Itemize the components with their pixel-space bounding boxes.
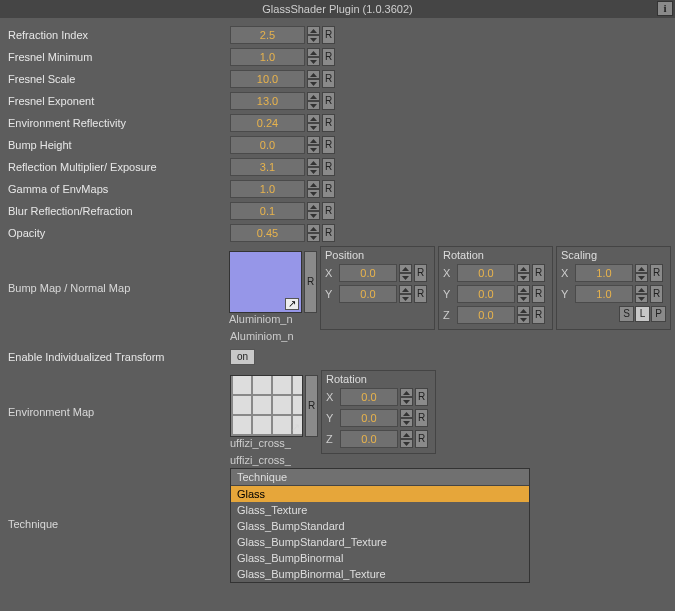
reset-button[interactable]: R xyxy=(414,264,427,282)
numeric-input[interactable]: 0.0 xyxy=(340,430,398,448)
technique-item[interactable]: Glass xyxy=(231,486,529,502)
spinner[interactable] xyxy=(307,114,320,132)
slp-s-button[interactable]: S xyxy=(619,306,634,322)
spinner[interactable] xyxy=(517,306,530,324)
numeric-input[interactable]: 13.0 xyxy=(230,92,305,110)
spinner-up[interactable] xyxy=(635,285,648,294)
spinner-up[interactable] xyxy=(307,202,320,211)
spinner-down[interactable] xyxy=(635,273,648,282)
spinner-down[interactable] xyxy=(517,294,530,303)
spinner[interactable] xyxy=(400,388,413,406)
spinner-down[interactable] xyxy=(400,418,413,427)
reset-button[interactable]: R xyxy=(650,285,663,303)
spinner-down[interactable] xyxy=(517,273,530,282)
reset-button[interactable]: R xyxy=(322,224,335,242)
numeric-input[interactable]: 0.0 xyxy=(457,306,515,324)
spinner[interactable] xyxy=(517,264,530,282)
numeric-input[interactable]: 0.45 xyxy=(230,224,305,242)
numeric-input[interactable]: 0.0 xyxy=(457,264,515,282)
numeric-input[interactable]: 0.0 xyxy=(340,409,398,427)
spinner-down[interactable] xyxy=(517,315,530,324)
spinner[interactable] xyxy=(400,430,413,448)
technique-item[interactable]: Glass_Texture xyxy=(231,502,529,518)
spinner-down[interactable] xyxy=(400,397,413,406)
reset-button[interactable]: R xyxy=(322,180,335,198)
spinner[interactable] xyxy=(307,26,320,44)
reset-button[interactable]: R xyxy=(415,430,428,448)
spinner-up[interactable] xyxy=(399,285,412,294)
technique-item[interactable]: Glass_BumpBinormal xyxy=(231,550,529,566)
technique-item[interactable]: Glass_BumpStandard xyxy=(231,518,529,534)
spinner[interactable] xyxy=(307,136,320,154)
env-map-reset[interactable]: R xyxy=(305,375,318,437)
reset-button[interactable]: R xyxy=(322,70,335,88)
spinner[interactable] xyxy=(635,285,648,303)
reset-button[interactable]: R xyxy=(650,264,663,282)
numeric-input[interactable]: 1.0 xyxy=(575,285,633,303)
spinner[interactable] xyxy=(307,224,320,242)
slp-l-button[interactable]: L xyxy=(635,306,650,322)
numeric-input[interactable]: 10.0 xyxy=(230,70,305,88)
numeric-input[interactable]: 1.0 xyxy=(230,180,305,198)
spinner-up[interactable] xyxy=(307,114,320,123)
spinner-down[interactable] xyxy=(635,294,648,303)
spinner-down[interactable] xyxy=(400,439,413,448)
spinner-up[interactable] xyxy=(400,388,413,397)
technique-item[interactable]: Glass_BumpBinormal_Texture xyxy=(231,566,529,582)
spinner-down[interactable] xyxy=(307,35,320,44)
technique-item[interactable]: Glass_BumpStandard_Texture xyxy=(231,534,529,550)
spinner[interactable] xyxy=(307,48,320,66)
reset-button[interactable]: R xyxy=(322,26,335,44)
spinner-down[interactable] xyxy=(399,294,412,303)
numeric-input[interactable]: 0.0 xyxy=(340,388,398,406)
technique-list[interactable]: Technique GlassGlass_TextureGlass_BumpSt… xyxy=(230,468,530,583)
spinner-down[interactable] xyxy=(307,101,320,110)
spinner[interactable] xyxy=(399,285,412,303)
spinner-up[interactable] xyxy=(517,264,530,273)
numeric-input[interactable]: 1.0 xyxy=(575,264,633,282)
open-icon[interactable]: ↗ xyxy=(285,298,299,310)
spinner[interactable] xyxy=(307,70,320,88)
reset-button[interactable]: R xyxy=(322,158,335,176)
spinner-up[interactable] xyxy=(517,306,530,315)
spinner-up[interactable] xyxy=(400,430,413,439)
reset-button[interactable]: R xyxy=(322,92,335,110)
reset-button[interactable]: R xyxy=(322,202,335,220)
bump-map-reset[interactable]: R xyxy=(304,251,317,313)
spinner[interactable] xyxy=(307,180,320,198)
spinner-up[interactable] xyxy=(307,48,320,57)
numeric-input[interactable]: 2.5 xyxy=(230,26,305,44)
spinner-up[interactable] xyxy=(307,224,320,233)
spinner[interactable] xyxy=(307,158,320,176)
spinner-down[interactable] xyxy=(307,189,320,198)
reset-button[interactable]: R xyxy=(415,409,428,427)
spinner[interactable] xyxy=(399,264,412,282)
env-map-thumbnail[interactable]: ↗ xyxy=(230,375,303,437)
numeric-input[interactable]: 3.1 xyxy=(230,158,305,176)
spinner-down[interactable] xyxy=(307,123,320,132)
numeric-input[interactable]: 0.0 xyxy=(230,136,305,154)
spinner-up[interactable] xyxy=(307,158,320,167)
spinner-up[interactable] xyxy=(307,92,320,101)
spinner-up[interactable] xyxy=(307,70,320,79)
numeric-input[interactable]: 0.0 xyxy=(339,264,397,282)
numeric-input[interactable]: 0.1 xyxy=(230,202,305,220)
reset-button[interactable]: R xyxy=(532,285,545,303)
spinner-down[interactable] xyxy=(307,79,320,88)
spinner[interactable] xyxy=(517,285,530,303)
spinner-down[interactable] xyxy=(307,167,320,176)
spinner-up[interactable] xyxy=(400,409,413,418)
numeric-input[interactable]: 0.24 xyxy=(230,114,305,132)
enable-transform-toggle[interactable]: on xyxy=(230,349,255,365)
reset-button[interactable]: R xyxy=(532,264,545,282)
numeric-input[interactable]: 0.0 xyxy=(339,285,397,303)
bump-map-thumbnail[interactable]: ↗ xyxy=(229,251,302,313)
spinner-up[interactable] xyxy=(307,180,320,189)
reset-button[interactable]: R xyxy=(322,136,335,154)
reset-button[interactable]: R xyxy=(415,388,428,406)
spinner-down[interactable] xyxy=(307,145,320,154)
info-button[interactable]: i xyxy=(657,1,673,16)
spinner-up[interactable] xyxy=(517,285,530,294)
spinner[interactable] xyxy=(307,92,320,110)
spinner-down[interactable] xyxy=(307,57,320,66)
